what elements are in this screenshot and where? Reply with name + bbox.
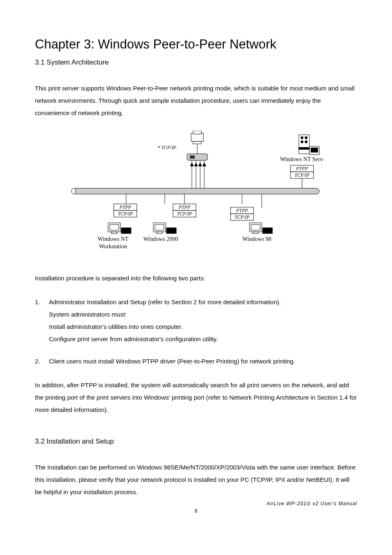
section-heading-3-1: 3.1 System Architecture bbox=[35, 58, 357, 67]
list-item-2-line-1: Client users must install Windows PTPP d… bbox=[49, 355, 357, 368]
svg-rect-18 bbox=[305, 141, 307, 143]
list-item-1-line-3: Install administrator's utilities into o… bbox=[49, 321, 357, 333]
svg-text:Windows 98: Windows 98 bbox=[242, 236, 272, 242]
svg-text:Windows NT: Windows NT bbox=[97, 236, 129, 242]
svg-rect-22 bbox=[73, 188, 319, 194]
svg-rect-30 bbox=[110, 224, 119, 230]
svg-point-23 bbox=[71, 188, 76, 194]
svg-rect-5 bbox=[190, 155, 195, 159]
svg-rect-15 bbox=[301, 136, 303, 139]
footer-doc-title: AirLive WP-201G v2 User's Manual bbox=[267, 501, 357, 506]
server-ptpp-text: PTPP bbox=[296, 166, 308, 171]
svg-rect-31 bbox=[111, 232, 117, 234]
client-nt-workstation: PTPP TCP/IP Windows NT Workstation bbox=[97, 194, 137, 250]
svg-marker-13 bbox=[203, 163, 206, 166]
list-marker-1: 1. bbox=[35, 296, 49, 345]
svg-marker-12 bbox=[198, 163, 202, 166]
svg-text:TCP/IP: TCP/IP bbox=[177, 211, 192, 217]
list-marker-2: 2. bbox=[35, 355, 49, 368]
paragraph-ptpp-note: In addition, after PTPP is installed, th… bbox=[35, 379, 357, 416]
tcpip-top-label: * TCP/IP bbox=[157, 145, 176, 150]
svg-rect-32 bbox=[121, 228, 131, 234]
svg-rect-14 bbox=[299, 135, 309, 154]
svg-rect-2 bbox=[193, 141, 201, 144]
footer-page-number: 9 bbox=[0, 508, 392, 514]
svg-rect-42 bbox=[155, 224, 164, 230]
svg-rect-53 bbox=[251, 224, 260, 230]
paragraph-install-setup: The Installation can be performed on Win… bbox=[35, 461, 357, 498]
svg-rect-54 bbox=[253, 232, 258, 234]
svg-rect-19 bbox=[299, 147, 309, 150]
list-item-2: 2. Client users must install Windows PTP… bbox=[35, 355, 357, 368]
svg-text:Windows 2000: Windows 2000 bbox=[143, 236, 178, 242]
svg-text:PTPP: PTPP bbox=[236, 208, 248, 213]
printer-icon bbox=[191, 131, 203, 144]
svg-rect-43 bbox=[157, 232, 162, 234]
svg-text:TCP/IP: TCP/IP bbox=[235, 214, 250, 220]
svg-rect-21 bbox=[311, 148, 318, 153]
architecture-diagram: * TCP/IP Windows NT Server PTPP TCP/IP bbox=[69, 131, 323, 256]
svg-text:Workstation: Workstation bbox=[99, 243, 127, 250]
nt-server-icon bbox=[299, 135, 319, 155]
svg-text:PTPP: PTPP bbox=[119, 204, 131, 210]
ethernet-bus bbox=[71, 188, 319, 194]
print-server-connectors bbox=[190, 160, 206, 188]
client-windows-2000: PTPP TCP/IP Windows 2000 bbox=[143, 194, 196, 242]
list-item-1-line-1: Administrator Installation and Setup (re… bbox=[49, 296, 357, 308]
client-windows-98: PTPP TCP/IP Windows 98 bbox=[231, 194, 272, 242]
svg-rect-0 bbox=[191, 133, 203, 141]
svg-marker-10 bbox=[190, 163, 194, 166]
paragraph-install-intro: Installation procedure is separated into… bbox=[35, 272, 357, 284]
svg-text:TCP/IP: TCP/IP bbox=[118, 211, 133, 217]
server-tcpip-text: TCP/IP bbox=[295, 172, 310, 178]
paragraph-intro: This print server supports Windows Peer-… bbox=[35, 82, 357, 119]
svg-rect-1 bbox=[193, 131, 201, 134]
list-item-1-line-2: System administrators must: bbox=[49, 308, 357, 321]
nt-server-label: Windows NT Server bbox=[280, 156, 323, 162]
svg-rect-55 bbox=[263, 228, 272, 234]
list-item-1-line-4: Configure print server from administrato… bbox=[49, 333, 357, 345]
svg-rect-17 bbox=[301, 141, 303, 143]
svg-text:PTPP: PTPP bbox=[178, 204, 191, 210]
list-item-1: 1. Administrator Installation and Setup … bbox=[35, 296, 357, 345]
section-heading-3-2: 3.2 Installation and Setup bbox=[35, 437, 357, 446]
svg-rect-16 bbox=[305, 136, 307, 139]
svg-rect-44 bbox=[166, 228, 176, 234]
svg-marker-11 bbox=[194, 163, 198, 166]
print-server-icon bbox=[187, 144, 208, 160]
chapter-title: Chapter 3: Windows Peer-to-Peer Network bbox=[35, 37, 357, 52]
install-list: 1. Administrator Installation and Setup … bbox=[35, 296, 357, 368]
